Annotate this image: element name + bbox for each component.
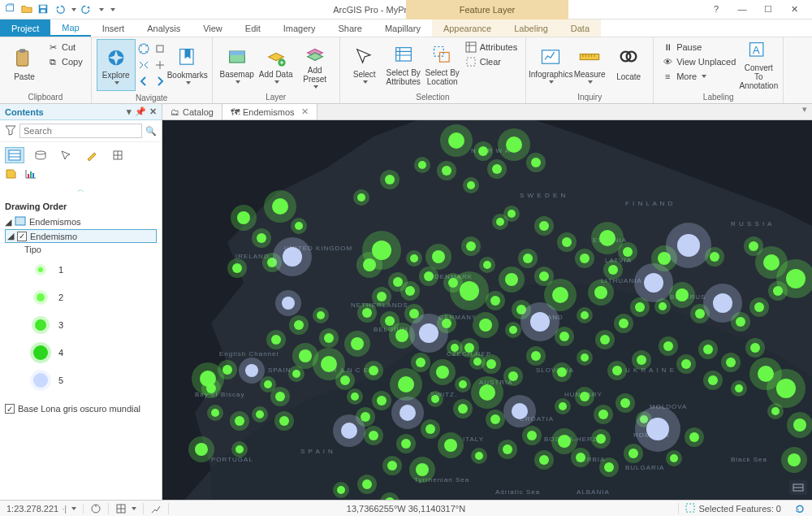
- infographics-button[interactable]: Infographics: [531, 39, 570, 90]
- filter-icon[interactable]: [5, 124, 16, 137]
- open-project-icon[interactable]: [21, 3, 32, 16]
- more-button[interactable]: ≡More: [660, 70, 737, 83]
- layer-visibility-checkbox[interactable]: [17, 232, 27, 241]
- tab-appearance[interactable]: Appearance: [432, 20, 503, 37]
- list-by-snapping-icon[interactable]: [109, 147, 128, 163]
- svg-point-230: [490, 296, 500, 306]
- tab-view[interactable]: View: [192, 20, 234, 37]
- prev-extent-icon[interactable]: [137, 75, 150, 89]
- undo-dropdown-icon[interactable]: [71, 8, 76, 11]
- map-overlay-icon[interactable]: [789, 480, 807, 495]
- svg-point-232: [505, 273, 518, 286]
- map-view[interactable]: N O R W A Y S W E D E N F I N L A N D R …: [162, 120, 812, 500]
- panel-pin-icon[interactable]: 📌: [135, 106, 146, 117]
- correction-icon[interactable]: [144, 503, 169, 514]
- select-button[interactable]: Select: [345, 39, 384, 90]
- svg-point-244: [509, 326, 517, 334]
- svg-rect-0: [6, 5, 14, 11]
- add-data-button[interactable]: Add Data: [257, 39, 296, 90]
- nav-icon-3[interactable]: [153, 59, 166, 73]
- view-options-icon[interactable]: ▾: [797, 104, 812, 119]
- save-icon[interactable]: [37, 3, 49, 16]
- bookmarks-button[interactable]: Bookmarks: [168, 39, 207, 91]
- nav-icon-2[interactable]: [153, 42, 166, 57]
- measure-button[interactable]: Measure: [570, 39, 609, 90]
- fixed-zoom-in-icon[interactable]: [137, 59, 150, 73]
- select-by-location-button[interactable]: Select By Location: [423, 39, 462, 90]
- list-by-drawing-order-icon[interactable]: [5, 147, 24, 163]
- basemap-button[interactable]: Basemap: [218, 39, 257, 90]
- svg-point-114: [206, 384, 216, 393]
- svg-point-98: [337, 486, 345, 494]
- panel-close-icon[interactable]: ✕: [149, 106, 157, 117]
- tab-data[interactable]: Data: [559, 20, 601, 37]
- list-by-source-icon[interactable]: [31, 147, 50, 163]
- locate-button[interactable]: Locate: [609, 39, 648, 90]
- close-icon[interactable]: ✕: [786, 4, 802, 15]
- undo-icon[interactable]: [54, 3, 65, 16]
- list-by-selection-icon[interactable]: [57, 147, 76, 163]
- expand-icon[interactable]: ◢: [7, 231, 14, 241]
- maximize-icon[interactable]: ☐: [760, 4, 776, 15]
- tab-analysis[interactable]: Analysis: [136, 20, 192, 37]
- cut-button[interactable]: ✂Cut: [45, 41, 84, 54]
- bookmarks-icon: [176, 46, 199, 69]
- svg-text:U K R A I N E: U K R A I N E: [625, 366, 675, 374]
- svg-point-204: [416, 358, 425, 367]
- pause-button[interactable]: ⏸Pause: [660, 41, 737, 54]
- paste-button[interactable]: Paste: [5, 39, 44, 90]
- tab-insert[interactable]: Insert: [91, 20, 136, 37]
- list-by-labeling-icon[interactable]: [5, 168, 18, 181]
- svg-point-400: [531, 158, 541, 167]
- rotation-icon[interactable]: [84, 503, 109, 514]
- search-input[interactable]: [19, 124, 142, 138]
- view-unplaced-button[interactable]: 👁View Unplaced: [660, 55, 737, 68]
- minimize-icon[interactable]: ―: [734, 4, 750, 15]
- qat-customize-icon[interactable]: [110, 8, 115, 11]
- svg-point-274: [479, 384, 495, 401]
- tab-map[interactable]: Map: [50, 20, 90, 37]
- snap-icon[interactable]: [109, 503, 144, 514]
- convert-annotation-button[interactable]: A Convert To Annotation: [739, 39, 778, 90]
- view-tab-catalog[interactable]: 🗂Catalog: [162, 104, 222, 119]
- expand-icon[interactable]: ◢: [5, 217, 11, 228]
- redo-icon[interactable]: [81, 3, 93, 16]
- full-extent-icon[interactable]: [137, 42, 150, 57]
- view-tab-map[interactable]: 🗺Endemismos✕: [222, 104, 317, 119]
- basemap-visibility-checkbox[interactable]: [5, 404, 15, 414]
- add-preset-button[interactable]: Add Preset: [296, 39, 335, 90]
- list-by-chart-icon[interactable]: [24, 168, 37, 181]
- clear-button[interactable]: Clear: [464, 55, 519, 68]
- tab-labeling[interactable]: Labeling: [503, 20, 559, 37]
- svg-point-200: [442, 319, 451, 328]
- tab-share[interactable]: Share: [327, 20, 374, 37]
- explore-button[interactable]: Explore: [97, 39, 136, 91]
- tab-imagery[interactable]: Imagery: [272, 20, 327, 37]
- tab-mapillary[interactable]: Mapillary: [374, 20, 432, 37]
- tab-edit[interactable]: Edit: [234, 20, 272, 37]
- help-icon[interactable]: ?: [708, 4, 724, 15]
- tab-project[interactable]: Project: [0, 20, 50, 37]
- svg-point-164: [272, 198, 288, 215]
- svg-point-254: [608, 265, 618, 275]
- attributes-button[interactable]: Attributes: [464, 41, 519, 54]
- svg-point-280: [490, 414, 500, 424]
- search-icon[interactable]: 🔍: [145, 126, 157, 137]
- collapse-icon[interactable]: ︿: [0, 184, 162, 197]
- legend-label: 4: [58, 348, 63, 358]
- new-project-icon[interactable]: [5, 3, 16, 16]
- select-by-attributes-button[interactable]: Select By Attributes: [384, 39, 423, 90]
- selected-features[interactable]: Selected Features: 0: [678, 503, 788, 514]
- redo-dropdown-icon[interactable]: [99, 8, 104, 11]
- next-extent-icon[interactable]: [153, 75, 166, 89]
- scale-cell[interactable]: 1:23.278.221 ·|: [0, 504, 84, 514]
- svg-point-192: [385, 316, 395, 326]
- map-node[interactable]: ◢ Endemismos: [5, 215, 157, 229]
- list-by-editing-icon[interactable]: [83, 147, 102, 163]
- refresh-icon[interactable]: [788, 503, 812, 514]
- basemap-node[interactable]: Base Lona gris oscuro mundial: [5, 402, 157, 415]
- panel-options-icon[interactable]: ▾: [127, 106, 132, 117]
- layer-node[interactable]: ◢ Endemismo: [5, 229, 157, 243]
- close-tab-icon[interactable]: ✕: [301, 106, 309, 117]
- copy-button[interactable]: ⧉Copy: [45, 55, 84, 68]
